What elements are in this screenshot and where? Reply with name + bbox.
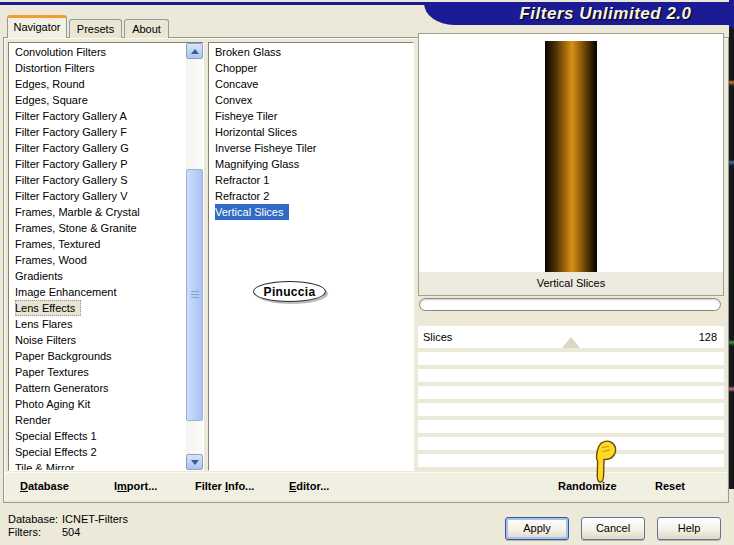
- category-item[interactable]: Tile & Mirror: [10, 460, 203, 471]
- database-button[interactable]: Database: [20, 472, 69, 500]
- help-button[interactable]: Help: [657, 517, 721, 540]
- parameter-row-empty: [418, 454, 724, 467]
- category-item[interactable]: Filter Factory Gallery S: [10, 172, 203, 188]
- scrollbar-thumb[interactable]: [186, 169, 203, 421]
- scrollbar-grip-icon: [191, 291, 199, 299]
- parameter-row-empty: [418, 369, 724, 382]
- reset-button[interactable]: Reset: [655, 472, 685, 500]
- category-item[interactable]: Gradients: [10, 268, 203, 284]
- category-item[interactable]: Special Effects 1: [10, 428, 203, 444]
- scroll-up-icon: [191, 49, 199, 54]
- background-window-sliver: [729, 0, 734, 489]
- watermark-badge: Pinuccia: [253, 281, 326, 302]
- scroll-down-button[interactable]: [186, 454, 203, 470]
- category-item[interactable]: Filter Factory Gallery F: [10, 124, 203, 140]
- category-item[interactable]: Frames, Stone & Granite: [10, 220, 203, 236]
- filter-item[interactable]: Inverse Fisheye Tiler: [210, 140, 413, 156]
- preview-progress-bar[interactable]: [419, 298, 721, 311]
- cancel-button[interactable]: Cancel: [581, 517, 645, 540]
- category-item[interactable]: Noise Filters: [10, 332, 203, 348]
- preview-caption: Vertical Slices: [419, 272, 723, 295]
- filter-item[interactable]: Magnifying Glass: [210, 156, 413, 172]
- editor-button[interactable]: Editor...: [289, 472, 329, 500]
- label-accel: D: [20, 480, 28, 492]
- label-part: nfo...: [228, 480, 254, 492]
- filters-status-value: 504: [62, 526, 80, 538]
- filters-status-label: Filters:: [8, 526, 41, 538]
- import-button[interactable]: Import...: [114, 472, 157, 500]
- category-item[interactable]: Filter Factory Gallery P: [10, 156, 203, 172]
- filter-item[interactable]: Convex: [210, 92, 413, 108]
- label-accel: m: [117, 480, 127, 492]
- watermark-text: Pinuccia: [264, 285, 316, 299]
- parameter-row-empty: [418, 386, 724, 399]
- parameter-row-empty: [418, 420, 724, 433]
- hand-pointer-down-icon: [590, 439, 620, 487]
- slider-thumb-triangle-icon[interactable]: [562, 337, 580, 348]
- preview-image: [419, 34, 723, 272]
- category-item[interactable]: Paper Textures: [10, 364, 203, 380]
- filter-item[interactable]: Fisheye Tiler: [210, 108, 413, 124]
- label-part: port...: [127, 480, 158, 492]
- parameter-value: 128: [699, 326, 717, 348]
- filter-item[interactable]: Vertical Slices: [210, 204, 413, 220]
- category-item[interactable]: Pattern Generators: [10, 380, 203, 396]
- label-part: Filter: [195, 480, 225, 492]
- category-item[interactable]: Lens Effects: [10, 300, 203, 316]
- parameter-row-slices[interactable]: Slices 128: [418, 326, 724, 348]
- label-part: atabase: [28, 480, 69, 492]
- apply-button[interactable]: Apply: [505, 517, 569, 540]
- scroll-up-button[interactable]: [186, 43, 203, 59]
- filter-info-button[interactable]: Filter Info...: [195, 472, 254, 500]
- parameter-row-empty: [418, 437, 724, 450]
- category-scrollbar[interactable]: [186, 43, 203, 470]
- database-status-label: Database:: [8, 513, 58, 525]
- label-part: ditor...: [296, 480, 329, 492]
- category-item[interactable]: Frames, Marble & Crystal: [10, 204, 203, 220]
- tab-about-label: About: [132, 23, 161, 35]
- category-item[interactable]: Edges, Round: [10, 76, 203, 92]
- preview-box: Vertical Slices: [418, 33, 724, 296]
- category-item[interactable]: Frames, Wood: [10, 252, 203, 268]
- filter-item[interactable]: Concave: [210, 76, 413, 92]
- category-item[interactable]: Image Enhancement: [10, 284, 203, 300]
- category-item[interactable]: Special Effects 2: [10, 444, 203, 460]
- preview-vertical-slices-column: [545, 41, 597, 272]
- category-item[interactable]: Render: [10, 412, 203, 428]
- category-item[interactable]: Paper Backgrounds: [10, 348, 203, 364]
- tab-presets[interactable]: Presets: [69, 19, 122, 38]
- filter-item[interactable]: Broken Glass: [210, 44, 413, 60]
- filter-item[interactable]: Horizontal Slices: [210, 124, 413, 140]
- category-item[interactable]: Filter Factory Gallery A: [10, 108, 203, 124]
- filter-item[interactable]: Refractor 1: [210, 172, 413, 188]
- category-item[interactable]: Distortion Filters: [10, 60, 203, 76]
- category-list[interactable]: Convolution FiltersDistortion FiltersEdg…: [8, 42, 204, 471]
- filter-item[interactable]: Refractor 2: [210, 188, 413, 204]
- category-item[interactable]: Frames, Textured: [10, 236, 203, 252]
- category-item[interactable]: Edges, Square: [10, 92, 203, 108]
- tab-presets-label: Presets: [77, 23, 114, 35]
- filter-item[interactable]: Chopper: [210, 60, 413, 76]
- filter-list[interactable]: Broken GlassChopperConcaveConvexFisheye …: [208, 42, 414, 471]
- category-item[interactable]: Lens Flares: [10, 316, 203, 332]
- title-banner: Filters Unlimited 2.0: [424, 2, 729, 25]
- category-item[interactable]: Photo Aging Kit: [10, 396, 203, 412]
- tab-navigator[interactable]: Navigator: [7, 15, 67, 38]
- parameter-row-empty: [418, 403, 724, 416]
- scroll-down-icon: [191, 460, 199, 465]
- tab-about[interactable]: About: [124, 19, 169, 38]
- parameter-row-empty: [418, 352, 724, 365]
- tab-navigator-label: Navigator: [13, 21, 60, 33]
- category-item[interactable]: Filter Factory Gallery G: [10, 140, 203, 156]
- app-title: Filters Unlimited 2.0: [461, 4, 691, 24]
- database-status-value: ICNET-Filters: [62, 513, 128, 525]
- category-item[interactable]: Filter Factory Gallery V: [10, 188, 203, 204]
- filters-unlimited-dialog: Filters Unlimited 2.0 Navigator Presets …: [0, 0, 734, 545]
- parameter-name: Slices: [423, 326, 452, 348]
- category-item[interactable]: Convolution Filters: [10, 44, 203, 60]
